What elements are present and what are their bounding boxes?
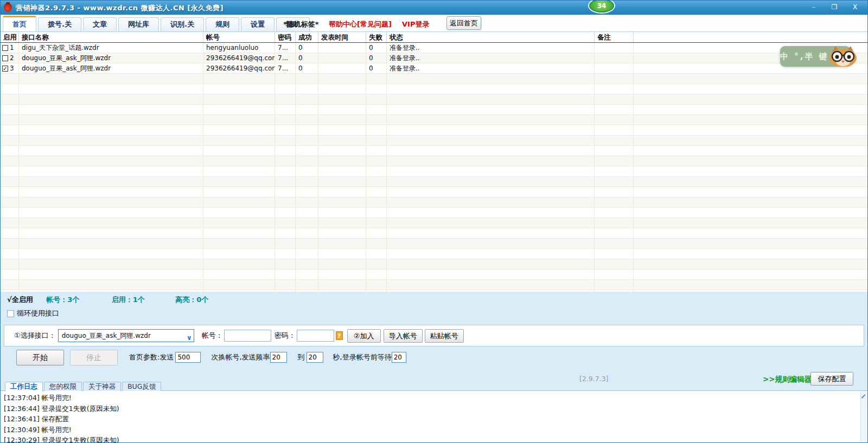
start-button[interactable]: 开始 <box>16 350 64 365</box>
interface-select[interactable]: douguo_豆果_ask_阿狸.wzdr ∨ <box>58 329 194 342</box>
cell-note <box>595 94 634 104</box>
enable-all-toggle[interactable]: √全启用 <box>7 296 33 304</box>
cell-fail <box>366 249 387 259</box>
cell-note <box>595 228 634 238</box>
cell-fail <box>366 208 387 217</box>
cell-fail: 0 <box>366 43 387 53</box>
cell-filler <box>634 156 867 166</box>
tab-设置[interactable]: 设置 <box>241 17 275 31</box>
ime-mode-text: 中 °,半 键 <box>780 52 829 62</box>
cell-note <box>595 239 634 248</box>
accounts-table: 启用接口名称帐号密码成功发表时间失败状态备注 1digu_天下杂堂_话题.wzd… <box>1 32 867 292</box>
frequency-max-input[interactable] <box>307 352 323 363</box>
tab-拨号.关[interactable]: 拨号.关 <box>38 17 81 31</box>
cell-password <box>275 115 296 125</box>
cell-password <box>275 166 296 176</box>
paste-accounts-button[interactable]: 粘贴帐号 <box>425 329 464 343</box>
table-row <box>1 156 867 166</box>
cell-success <box>296 269 318 279</box>
cell-name <box>19 197 203 207</box>
cell-success <box>296 146 318 156</box>
cell-note <box>595 63 634 73</box>
enable-cell <box>1 146 19 156</box>
row-enable-checkbox[interactable]: ✓ <box>2 66 8 72</box>
add-account-button[interactable]: ②加入 <box>347 329 381 343</box>
send-count-input[interactable] <box>175 352 201 363</box>
log-line: [12:30:29] 登录提交1失败(原因未知) <box>4 435 867 443</box>
table-row <box>1 239 867 249</box>
cell-fail <box>366 177 387 187</box>
table-row <box>1 105 867 115</box>
cell-account <box>203 218 275 228</box>
tab-首页[interactable]: 首页 <box>3 16 36 31</box>
enable-cell <box>1 269 19 279</box>
row-enable-checkbox[interactable] <box>2 45 8 51</box>
maximize-button[interactable]: ❐ <box>828 3 840 12</box>
cell-post_time <box>318 146 366 156</box>
loop-interface-checkbox[interactable] <box>7 310 14 317</box>
enable-cell <box>1 177 19 187</box>
wait-label: 秒,登录帐号前等待 <box>333 352 392 362</box>
cell-note <box>595 177 634 187</box>
cell-name: digu_天下杂堂_话题.wzdr <box>19 43 203 53</box>
wait-seconds-input[interactable] <box>392 352 406 363</box>
save-config-button[interactable]: 保存配置 <box>810 372 853 386</box>
cell-password <box>275 218 296 228</box>
column-header: 状态 <box>387 32 595 42</box>
frequency-min-input[interactable] <box>270 352 287 363</box>
back-home-button[interactable]: 返回首页 <box>446 16 481 30</box>
enable-cell <box>1 115 19 125</box>
footer-tab-工作日志[interactable]: 工作日志 <box>5 382 43 391</box>
footer-tab-关于神器[interactable]: 关于神器 <box>83 382 121 391</box>
log-scrollbar[interactable] <box>860 391 867 442</box>
cell-success: 0 <box>296 53 318 63</box>
table-row <box>1 115 867 125</box>
table-row[interactable]: 2douguo_豆果_ask_阿狸.wzdr2936266419@qq.com7… <box>1 53 867 63</box>
cell-account <box>203 239 275 248</box>
footer-tab-BUG反馈[interactable]: BUG反馈 <box>122 382 161 391</box>
table-row[interactable]: 1digu_天下杂堂_话题.wzdrhengyuanluoluo7...00准备… <box>1 43 867 53</box>
table-row <box>1 94 867 105</box>
close-button[interactable]: X <box>849 3 861 12</box>
enable-cell <box>1 228 19 238</box>
help-center-link[interactable]: 帮助中心[常见问题] <box>329 20 392 29</box>
cell-status <box>387 208 595 217</box>
cell-note <box>595 218 634 228</box>
cell-status <box>387 105 595 114</box>
column-header: 失败 <box>366 32 387 42</box>
column-header: 接口名称 <box>19 32 203 42</box>
cell-password <box>275 239 296 248</box>
cell-name <box>19 125 203 135</box>
cell-note <box>595 43 634 53</box>
vip-login-link[interactable]: VIP登录 <box>402 20 429 29</box>
cell-password <box>275 84 296 94</box>
ime-status-widget[interactable]: 中 °,半 键 <box>780 46 851 67</box>
tab-规则[interactable]: 规则 <box>206 17 239 31</box>
tab-识别.关[interactable]: 识别.关 <box>161 17 204 31</box>
cell-filler <box>634 105 867 114</box>
cell-account <box>203 115 275 125</box>
table-row <box>1 218 867 228</box>
cell-fail <box>366 197 387 207</box>
table-row <box>1 84 867 94</box>
minimize-button[interactable]: – <box>808 3 820 12</box>
tab-网址库[interactable]: 网址库 <box>118 17 159 31</box>
table-row <box>1 187 867 197</box>
help-icon[interactable]: ? <box>336 331 343 340</box>
cell-name <box>19 94 203 104</box>
random-tag-link[interactable]: *随机标签* <box>283 20 319 29</box>
tab-文章[interactable]: 文章 <box>83 17 117 31</box>
cell-password <box>275 197 296 207</box>
footer-tab-您的权限[interactable]: 您的权限 <box>44 382 82 391</box>
row-enable-checkbox[interactable] <box>2 55 8 61</box>
import-accounts-button[interactable]: 导入帐号 <box>384 329 423 343</box>
cell-password <box>275 208 296 217</box>
enable-cell <box>1 166 19 176</box>
table-row[interactable]: ✓3douguo_豆果_ask_阿狸.wzdr2936266419@qq.com… <box>1 63 867 74</box>
cell-name <box>19 166 203 176</box>
password-input[interactable] <box>297 330 334 342</box>
cell-password <box>275 177 296 187</box>
account-input[interactable] <box>224 330 271 342</box>
table-row <box>1 146 867 156</box>
cell-fail <box>366 280 387 290</box>
